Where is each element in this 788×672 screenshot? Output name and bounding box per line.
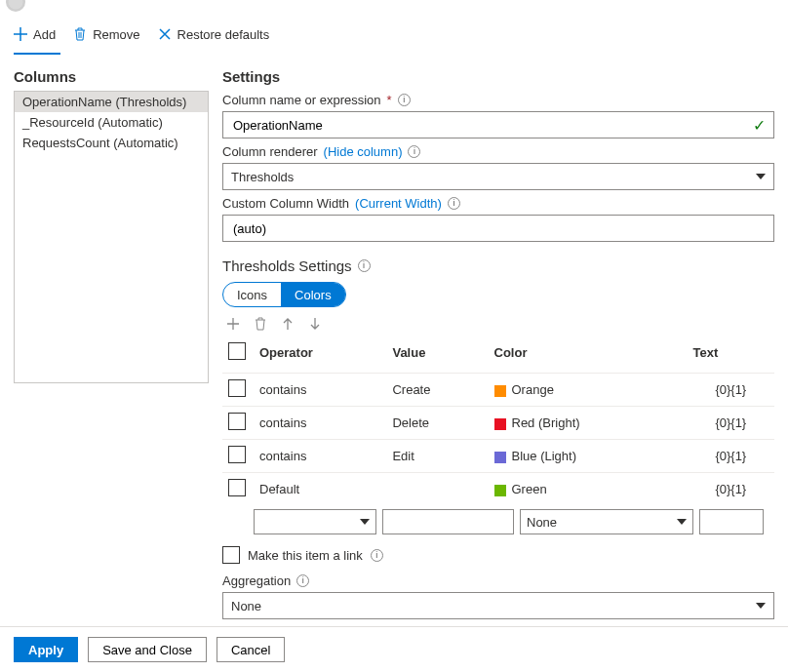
cell-color: Red (Bright) [489,407,688,440]
info-icon[interactable]: i [398,94,411,106]
cell-value [386,473,488,506]
current-width-link[interactable]: (Current Width) [355,196,442,211]
aggregation-label: Aggregation [222,573,291,588]
chevron-down-icon [677,519,687,525]
cell-color: Blue (Light) [489,440,688,473]
cell-text: {0}{1} [688,473,774,506]
remove-button[interactable]: Remove [73,27,139,42]
info-icon[interactable]: i [358,259,371,272]
column-item[interactable]: OperationName (Thresholds) [15,92,208,112]
operator-select[interactable] [254,509,376,534]
cell-value: Edit [386,440,488,473]
tab-icons[interactable]: Icons [223,283,281,306]
cell-operator: contains [254,374,386,407]
info-icon[interactable]: i [408,145,420,158]
row-checkbox[interactable] [228,479,246,496]
thresholds-table: Operator Value Color Text containsCreate… [222,336,774,505]
text-input[interactable] [699,509,764,534]
columns-heading: Columns [14,68,209,85]
cell-color: Orange [489,374,688,407]
table-row[interactable]: containsCreateOrange{0}{1} [222,374,774,407]
value-input[interactable] [382,509,514,534]
table-row[interactable]: DefaultGreen{0}{1} [222,473,774,506]
cell-value: Delete [386,407,488,440]
threshold-delete-button[interactable] [254,317,267,331]
chevron-down-icon [360,519,370,525]
column-item[interactable]: _ResourceId (Automatic) [15,112,208,133]
aggregation-select[interactable]: None [222,592,774,619]
threshold-movedown-button[interactable] [308,317,322,331]
select-all-checkbox[interactable] [228,342,246,360]
info-icon[interactable]: i [296,574,309,587]
tab-colors[interactable]: Colors [281,283,345,306]
col-text: Text [688,336,774,374]
column-name-field[interactable] [231,117,753,134]
thresholds-tab-group: Icons Colors [222,282,346,307]
col-color: Color [489,336,688,374]
trash-icon [254,317,267,331]
column-renderer-select[interactable]: Thresholds [222,163,774,190]
cell-color: Green [489,473,688,506]
column-item[interactable]: RequestsCount (Automatic) [15,133,208,153]
row-checkbox[interactable] [228,446,246,463]
cell-operator: Default [254,473,386,506]
remove-label: Remove [93,27,139,42]
cell-value: Create [386,374,488,407]
col-operator: Operator [254,336,386,374]
table-row[interactable]: containsEditBlue (Light){0}{1} [222,440,774,473]
col-value: Value [386,336,488,374]
cell-text: {0}{1} [688,407,774,440]
arrow-down-icon [308,317,322,331]
cell-text: {0}{1} [688,440,774,473]
row-checkbox[interactable] [228,379,246,397]
row-checkbox[interactable] [228,413,246,430]
add-button[interactable]: Add [14,27,56,42]
threshold-moveup-button[interactable] [281,317,295,331]
chevron-down-icon [756,174,766,179]
apply-button[interactable]: Apply [14,637,78,662]
columns-list: OperationName (Thresholds) _ResourceId (… [14,91,209,383]
color-select[interactable]: None [520,509,693,534]
valid-icon: ✓ [753,116,766,135]
column-renderer-value: Thresholds [231,170,294,184]
x-icon [158,27,172,41]
cell-operator: contains [254,407,386,440]
custom-width-label: Custom Column Width [222,196,349,211]
thresholds-title: Thresholds Settings [222,257,352,274]
settings-heading: Settings [222,68,774,85]
chevron-down-icon [756,603,766,609]
arrow-up-icon [281,317,295,331]
table-row[interactable]: containsDeleteRed (Bright){0}{1} [222,407,774,440]
plus-icon [226,317,240,331]
cell-text: {0}{1} [688,374,774,407]
plus-icon [14,27,27,41]
add-label: Add [33,27,56,42]
restore-defaults-button[interactable]: Restore defaults [158,27,270,42]
column-name-input[interactable]: ✓ [222,111,774,138]
trash-icon [73,27,87,41]
custom-width-input[interactable] [222,215,774,242]
hide-column-link[interactable]: (Hide column) [324,144,403,159]
footer-bar: Apply Save and Close Cancel [0,626,788,672]
top-toolbar: Add Remove Restore defaults [0,18,788,53]
cancel-button[interactable]: Cancel [217,637,285,662]
restore-label: Restore defaults [177,27,270,42]
save-close-button[interactable]: Save and Close [88,637,207,662]
make-link-label: Make this item a link [248,548,363,563]
custom-width-field[interactable] [231,220,766,237]
threshold-add-button[interactable] [226,317,240,331]
column-name-label: Column name or expression [222,93,381,107]
required-indicator: * [387,93,392,107]
info-icon[interactable]: i [448,197,460,210]
column-renderer-label: Column renderer [222,144,318,159]
cell-operator: contains [254,440,386,473]
info-icon[interactable]: i [371,549,383,562]
aggregation-value: None [231,599,261,613]
make-link-checkbox[interactable] [222,546,240,564]
